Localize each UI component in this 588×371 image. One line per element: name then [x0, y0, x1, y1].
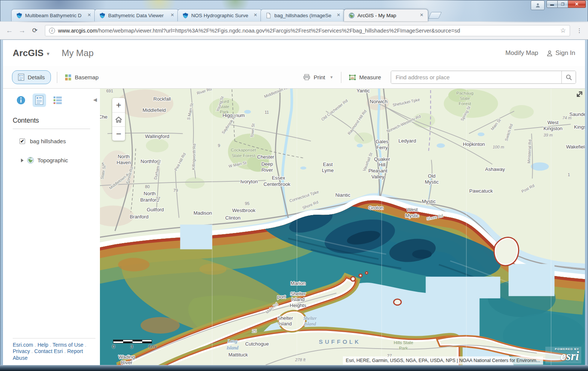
forward-button[interactable]: → — [16, 25, 28, 36]
map-label: Island — [279, 321, 292, 326]
about-tab[interactable] — [14, 93, 28, 107]
map-label: Che — [100, 114, 107, 120]
layer-label[interactable]: Topographic — [37, 157, 68, 163]
footer-link-contact[interactable]: Contact Esri — [34, 348, 63, 354]
map-label: 39 m — [543, 133, 553, 137]
basemap-button[interactable]: Basemap — [63, 72, 100, 83]
map-label: 74 m — [562, 116, 572, 120]
legend-tab[interactable] — [51, 93, 64, 107]
map-label: Saunderstown — [569, 111, 585, 117]
page-title: My Map — [62, 48, 94, 58]
search-input[interactable] — [391, 71, 561, 83]
map-toolbar: Details Basemap Print ▼ Measure — [3, 66, 585, 89]
details-icon — [18, 74, 24, 81]
tab-title: ArcGIS - My Map — [357, 13, 416, 18]
tab-close-icon[interactable]: ✕ — [252, 12, 259, 19]
tab-title: bag_hillshades (ImageSe — [274, 13, 333, 18]
map-label: Pleasant — [368, 168, 387, 174]
print-button[interactable]: Print ▼ — [302, 72, 335, 83]
browser-menu-icon[interactable]: ⋮ — [575, 26, 584, 36]
map-label: Park — [399, 346, 408, 350]
maximize-button[interactable]: ❐ — [558, 0, 568, 8]
tab-bathymetric-viewer[interactable]: Bathymetric Data Viewer ✕ — [94, 9, 179, 21]
tab-close-icon[interactable]: ✕ — [169, 12, 176, 19]
map-label: Middlefield — [143, 107, 166, 113]
layer-label[interactable]: bag hillshades — [30, 138, 66, 144]
tab-arcgis-mymap[interactable]: ArcGIS - My Map ✕ — [344, 9, 428, 21]
sign-in-label: Sign In — [555, 49, 575, 57]
details-button[interactable]: Details — [12, 70, 51, 84]
footer-link-esri[interactable]: Esri.com — [13, 342, 33, 348]
browser-toolbar: ← → ⟳ i www.arcgis.com/home/webmap/viewe… — [0, 21, 588, 40]
app-header: ArcGIS▼ My Map Modify Map Sign In — [3, 40, 585, 66]
new-tab-button[interactable] — [428, 12, 442, 19]
scale-start: 0 — [112, 344, 115, 349]
footer-link-terms[interactable]: Terms of Use — [52, 342, 83, 348]
legend-icon — [53, 95, 63, 105]
map-label: Ledyard — [398, 138, 416, 144]
content-tab[interactable] — [33, 93, 46, 107]
map-label: Groton — [369, 205, 384, 211]
collapse-panel-arrow[interactable]: ◀ — [93, 97, 97, 102]
back-button[interactable]: ← — [4, 25, 15, 36]
tab-close-icon[interactable]: ✕ — [86, 12, 92, 19]
toolbar-divider — [57, 72, 57, 83]
map-label: Chester — [257, 154, 274, 160]
expand-arrow-icon[interactable] — [21, 159, 24, 162]
map-label: West — [406, 207, 418, 212]
footer-link-privacy[interactable]: Privacy — [13, 348, 30, 354]
map-label: Forest — [459, 101, 472, 106]
contents-divider — [13, 129, 90, 129]
map-label: Haven — [117, 160, 131, 165]
map-label: Valley — [371, 174, 384, 180]
map-label: West — [548, 120, 559, 125]
search-box — [391, 71, 576, 84]
map-label: Hills State — [394, 340, 413, 345]
map-label: Niantic — [335, 192, 350, 198]
close-button[interactable]: ✕ — [568, 0, 586, 8]
map-label: Old — [428, 173, 435, 179]
tab-close-icon[interactable]: ✕ — [418, 12, 425, 19]
map-label: 1 — [568, 172, 570, 177]
noaa-shield-icon — [99, 12, 106, 19]
zoom-in-button[interactable]: + — [112, 98, 125, 112]
map-label: Island — [292, 297, 305, 302]
bookmark-star-icon[interactable]: ☆ — [560, 27, 566, 34]
tab-bag-hillshades[interactable]: bag_hillshades (ImageSe ✕ — [261, 9, 345, 21]
footer-link-help[interactable]: Help — [37, 342, 48, 348]
address-bar[interactable]: i www.arcgis.com/home/webmap/viewer.html… — [45, 25, 570, 36]
arcgis-brand-menu[interactable]: ArcGIS▼ — [13, 48, 51, 58]
map-label: Park — [220, 110, 229, 114]
toggle-fullmap-button[interactable] — [573, 90, 583, 100]
map-label: Kingston — [574, 124, 585, 130]
map-label: Rockfall — [153, 96, 171, 102]
tab-close-icon[interactable]: ✕ — [335, 12, 342, 19]
profile-button[interactable] — [531, 0, 545, 10]
map-label: Island — [226, 345, 238, 350]
tab-nos-hydrographic[interactable]: NOS Hydrographic Surve ✕ — [177, 9, 262, 21]
map-label: Island — [304, 321, 316, 326]
chevron-down-icon: ▼ — [330, 75, 333, 79]
map-label: Hopkinton — [463, 141, 485, 147]
sign-in-link[interactable]: Sign In — [546, 49, 575, 57]
measure-button[interactable]: Measure — [347, 72, 383, 83]
map-label: 9 — [218, 143, 220, 148]
minimize-button[interactable]: ▬ — [546, 0, 558, 8]
reload-button[interactable]: ⟳ — [29, 25, 40, 36]
print-icon — [303, 74, 310, 80]
layer-checkbox[interactable]: ✔ — [19, 138, 25, 144]
window-controls: ▬ ❐ ✕ — [531, 0, 586, 10]
zoom-out-button[interactable]: − — [112, 126, 125, 141]
modify-map-link[interactable]: Modify Map — [505, 49, 538, 57]
titlebar[interactable]: Multibeam Bathymetric D ✕ Bathymetric Da… — [0, 0, 588, 21]
map-label: 11 — [265, 110, 269, 114]
map-canvas[interactable]: RockfallMiddlefieldHigganumWallingfordNo… — [100, 89, 585, 365]
search-button[interactable] — [561, 71, 576, 83]
site-info-icon[interactable]: i — [49, 28, 55, 34]
map-label: 77 — [156, 196, 160, 201]
details-label: Details — [28, 74, 45, 80]
tab-multibeam[interactable]: Multibeam Bathymetric D ✕ — [11, 9, 96, 21]
map-label: Shelter — [304, 316, 317, 321]
map-label: River — [262, 167, 273, 173]
home-button[interactable] — [112, 112, 125, 126]
